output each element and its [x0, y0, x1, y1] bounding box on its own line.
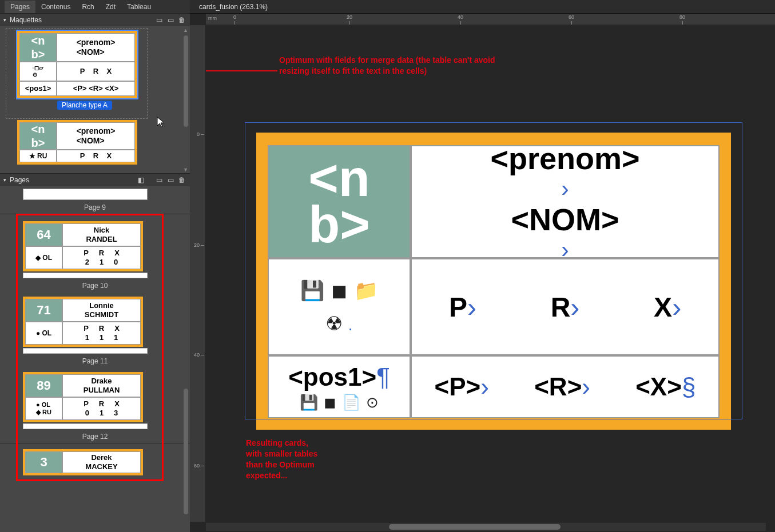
canvas[interactable]: <n b> <prenom>› <NOM>› 💾 ◼ 📁 ☢ . — [206, 25, 775, 522]
tab-zdt[interactable]: Zdt — [100, 1, 121, 13]
tab-tableau[interactable]: Tableau — [121, 1, 157, 13]
card-table[interactable]: <n b> <prenom>› <NOM>› 💾 ◼ 📁 ☢ . — [268, 145, 720, 418]
page-label-12: Page 12 — [0, 433, 190, 443]
master-nb-cell: <n b> — [19, 33, 57, 62]
page-thumb-13[interactable]: 3 Derek MACKEY — [23, 449, 148, 475]
master-thumb-b[interactable]: <n b> <prenom> <NOM> ★ RU P R X — [17, 120, 142, 165]
new-page-icon[interactable]: ▭ — [154, 175, 164, 185]
pages-body[interactable]: Page 9 64 Nick RANDEL ◆ OL PRX — [0, 186, 190, 532]
document-tab-bar: cards_fusion (263.1%) — [190, 0, 775, 14]
document-tab[interactable]: cards_fusion (263.1%) — [193, 1, 273, 13]
pages-scrollbar[interactable] — [183, 189, 189, 530]
page-thumb-10[interactable]: 64 Nick RANDEL ◆ OL PRX 210 — [23, 221, 148, 278]
master-thumb-a[interactable]: <n b> <prenom> <NOM> ▫◻▱⊙ P R X <pos1> <… — [17, 31, 142, 110]
ruler-vertical[interactable]: 0 20 40 60 — [190, 25, 206, 522]
maquettes-header: ▾ Maquettes ▭ ▭ 🗑 — [0, 14, 190, 26]
nb-cell: <n b> — [268, 145, 411, 258]
duplicate-master-icon[interactable]: ▭ — [166, 15, 175, 25]
delete-page-icon[interactable]: 🗑 — [177, 175, 186, 185]
new-master-icon[interactable]: ▭ — [154, 15, 164, 25]
annotation-arrow — [206, 65, 280, 77]
save-icon: 💾 — [300, 279, 324, 302]
tab-contenus[interactable]: Contenus — [35, 1, 76, 13]
document-area: cards_fusion (263.1%) mm 0 20 40 60 80 0… — [190, 0, 775, 532]
master-name-cell: <prenom> <NOM> — [57, 33, 135, 62]
page-label-9: Page 9 — [0, 203, 190, 214]
collapse-icon[interactable]: ▾ — [3, 177, 6, 183]
annotation-bottom: Resulting cards, with smaller tables tha… — [246, 438, 317, 481]
prenom-field: <prenom> — [490, 141, 639, 176]
master-a-caption[interactable]: Planche type A — [57, 101, 112, 110]
tab-pages-panel[interactable]: Pages — [5, 1, 35, 13]
canvas-hscrollbar[interactable] — [206, 523, 766, 531]
ruler-horizontal[interactable]: mm 0 20 40 60 80 — [206, 14, 775, 25]
page-thumb-11[interactable]: 71 Lonnie SCHMIDT ● OL PRX 111 — [23, 297, 148, 354]
delete-master-icon[interactable]: 🗑 — [177, 15, 186, 25]
maquettes-title: Maquettes — [10, 16, 42, 24]
page-label-11: Page 11 — [0, 357, 190, 365]
stop-icon: ◼ — [331, 279, 347, 302]
tab-rch[interactable]: Rch — [76, 1, 100, 13]
pages-view-icon[interactable]: ◧ — [136, 175, 145, 185]
maquettes-body[interactable]: <n b> <prenom> <NOM> ▫◻▱⊙ P R X <pos1> <… — [0, 26, 190, 174]
page-thumb-12[interactable]: 89 Drake PULLMAN ● OL ◆ RU PRX 013 — [23, 372, 148, 429]
folder-icon: 📁 — [354, 279, 378, 302]
radiation-icon: ☢ — [325, 313, 343, 334]
page-label-10: Page 10 — [0, 282, 190, 290]
nom-field: <NOM> — [511, 202, 619, 237]
collapse-icon[interactable]: ▾ — [3, 17, 6, 23]
annotation-top: Optimum with fields for merge data (the … — [279, 55, 495, 77]
pages-title: Pages — [10, 176, 29, 184]
maquettes-scrollbar[interactable]: ▲ ▼ — [183, 29, 189, 171]
pages-section-header: ▾ Pages ◧ ▭ ▭ 🗑 — [0, 174, 190, 186]
pages-panel: ▾ Maquettes ▭ ▭ 🗑 <n b> <prenom> <NOM> ▫… — [0, 14, 190, 532]
duplicate-page-icon[interactable]: ▭ — [166, 175, 175, 185]
